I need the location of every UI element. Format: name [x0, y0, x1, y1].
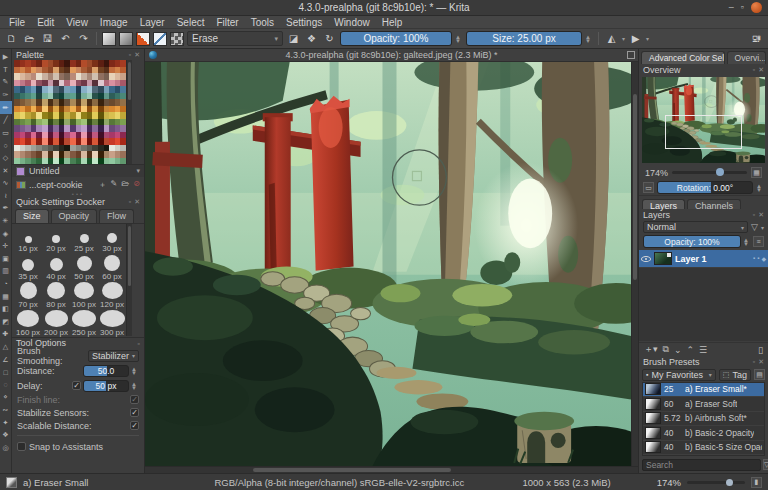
- close-docker-icon[interactable]: ✕: [758, 358, 764, 366]
- dynamic-brush-tool[interactable]: ✒: [0, 202, 12, 215]
- size-spinner[interactable]: ▲▼: [585, 35, 593, 43]
- minimize-button[interactable]: –: [729, 3, 734, 12]
- measure-tool[interactable]: ∠: [0, 353, 12, 366]
- overview-thumbnail[interactable]: [642, 77, 765, 163]
- fill-pattern-icon[interactable]: [170, 32, 184, 46]
- freehand-path-tool[interactable]: ≀: [0, 190, 12, 203]
- brush-preset-item[interactable]: 10c) Pencil-2: [643, 455, 764, 456]
- save-icon[interactable]: 🖫: [40, 31, 55, 46]
- line-tool[interactable]: ╱: [0, 114, 12, 127]
- maximize-button[interactable]: ▫: [741, 3, 744, 12]
- opacity-slider[interactable]: Opacity: 100%: [340, 31, 452, 46]
- layer-alpha-inherit-icon[interactable]: ◆: [761, 255, 766, 262]
- brush-preset-item[interactable]: 5.72b) Airbrush Soft*: [643, 412, 764, 427]
- gradient-fill-swatch[interactable]: [119, 32, 133, 46]
- add-swatch-icon[interactable]: ＋: [99, 179, 107, 190]
- chevron-down-icon[interactable]: ▾: [646, 35, 649, 42]
- brush-preset-item[interactable]: 40b) Basic-2 Opacity: [643, 426, 764, 441]
- palette-folder-icon[interactable]: 🗁: [121, 179, 129, 190]
- menu-file[interactable]: File: [4, 17, 30, 28]
- reload-preset-icon[interactable]: ↻: [322, 31, 337, 46]
- text-tool[interactable]: T: [0, 64, 12, 77]
- preserve-alpha-icon[interactable]: ❖: [304, 31, 319, 46]
- similar-color-selection-tool[interactable]: ❖: [0, 429, 12, 442]
- brush-size-option[interactable]: 70 px: [14, 282, 42, 309]
- menu-help[interactable]: Help: [377, 17, 408, 28]
- close-docker-icon[interactable]: ✕: [134, 51, 140, 59]
- elliptical-selection-tool[interactable]: ◌: [0, 378, 12, 391]
- opacity-spinner[interactable]: ▲▼: [455, 35, 463, 43]
- freehand-brush-tool[interactable]: ✏: [0, 101, 12, 114]
- menu-select[interactable]: Select: [172, 17, 210, 28]
- smart-patch-tool[interactable]: ✚: [0, 328, 12, 341]
- float-docker-icon[interactable]: ▫: [753, 211, 755, 219]
- menu-tools[interactable]: Tools: [246, 17, 279, 28]
- enclose-fill-tool[interactable]: ◩: [0, 315, 12, 328]
- brush-size-option[interactable]: 50 px: [70, 254, 98, 281]
- scalable-distance-checkbox[interactable]: ✓: [130, 421, 139, 430]
- brush-size-option[interactable]: 40 px: [42, 254, 70, 281]
- move-layer-down-button[interactable]: ⌄: [674, 345, 682, 355]
- delay-checkbox[interactable]: ✓: [72, 381, 81, 390]
- layer-alpha-lock-icon[interactable]: ▪: [757, 255, 759, 262]
- rectangular-selection-tool[interactable]: □: [0, 366, 12, 379]
- close-docker-icon[interactable]: ✕: [758, 66, 764, 74]
- tab-size[interactable]: Size: [15, 209, 49, 223]
- assistants-tool[interactable]: △: [0, 341, 12, 354]
- tag-filter-dropdown[interactable]: ▪ My Favorites ▾: [642, 369, 716, 381]
- ellipse-tool[interactable]: ○: [0, 139, 12, 152]
- overview-view-rectangle[interactable]: [665, 115, 741, 149]
- overview-zoom-slider[interactable]: [672, 171, 747, 174]
- brush-size-option[interactable]: 35 px: [14, 254, 42, 281]
- brush-size-option[interactable]: 250 px: [70, 310, 98, 337]
- redo-icon[interactable]: ↷: [76, 31, 91, 46]
- zoom-tool[interactable]: ◎: [0, 441, 12, 454]
- snap-to-assistants-checkbox[interactable]: [17, 442, 26, 451]
- menu-view[interactable]: View: [61, 17, 93, 28]
- calligraphy-tool[interactable]: ✑: [0, 89, 12, 102]
- fill-tool[interactable]: ◧: [0, 303, 12, 316]
- pattern-tool[interactable]: ▦: [0, 290, 12, 303]
- palette-swatch-grid[interactable]: [14, 60, 126, 164]
- bezier-curve-tool[interactable]: ∿: [0, 177, 12, 190]
- polygonal-selection-tool[interactable]: ⋄: [0, 391, 12, 404]
- move-tool[interactable]: ✛: [0, 240, 12, 253]
- layer-filter-icon[interactable]: ▽: [751, 222, 758, 232]
- canvas-horizontal-scrollbar[interactable]: [145, 466, 638, 473]
- add-layer-button[interactable]: ＋▾: [644, 343, 658, 356]
- edit-palette-icon[interactable]: ✎: [111, 179, 118, 190]
- color-sampler-tool[interactable]: ◔: [0, 278, 12, 291]
- layer-opacity-slider[interactable]: Opacity: 100%: [643, 235, 741, 248]
- new-document-icon[interactable]: 🗋: [4, 31, 19, 46]
- brush-size-option[interactable]: 300 px: [98, 310, 126, 337]
- tab-layers[interactable]: Layers: [642, 199, 685, 209]
- float-docker-icon[interactable]: ▫: [129, 51, 131, 59]
- finish-line-checkbox[interactable]: ✓: [130, 395, 139, 404]
- canvas-painting[interactable]: [145, 62, 631, 466]
- menu-layer[interactable]: Layer: [135, 17, 170, 28]
- transform-tool[interactable]: ◈: [0, 227, 12, 240]
- remove-swatch-icon[interactable]: ⊘: [133, 179, 140, 190]
- eraser-mode-icon[interactable]: ◪: [286, 31, 301, 46]
- tag-button[interactable]: ⬚ Tag: [719, 369, 751, 381]
- brush-size-option[interactable]: 120 px: [98, 282, 126, 309]
- brush-preset-item[interactable]: 25a) Eraser Small*: [643, 383, 764, 398]
- menu-window[interactable]: Window: [329, 17, 375, 28]
- brush-size-option[interactable]: 80 px: [42, 282, 70, 309]
- freehand-selection-tool[interactable]: ∾: [0, 404, 12, 417]
- crop-tool[interactable]: ▣: [0, 253, 12, 266]
- brush-size-option[interactable]: 30 px: [98, 226, 126, 253]
- delay-slider[interactable]: 50 px: [83, 380, 129, 392]
- palette-name-row[interactable]: Untitled ▾: [12, 164, 144, 177]
- tab-flow[interactable]: Flow: [99, 209, 134, 223]
- menu-image[interactable]: Image: [95, 17, 133, 28]
- brush-size-option[interactable]: 60 px: [98, 254, 126, 281]
- zoom-mode-icon[interactable]: ▮: [751, 477, 762, 488]
- float-docker-icon[interactable]: ▫: [129, 198, 131, 206]
- float-docker-icon[interactable]: ▫: [753, 358, 755, 366]
- size-grid-scrollbar[interactable]: [126, 224, 132, 336]
- foreground-background-color-swatch[interactable]: [136, 32, 150, 46]
- brush-preset-item[interactable]: 60a) Eraser Soft: [643, 397, 764, 412]
- palette-scrollbar[interactable]: [126, 60, 132, 164]
- tab-opacity[interactable]: Opacity: [51, 209, 98, 223]
